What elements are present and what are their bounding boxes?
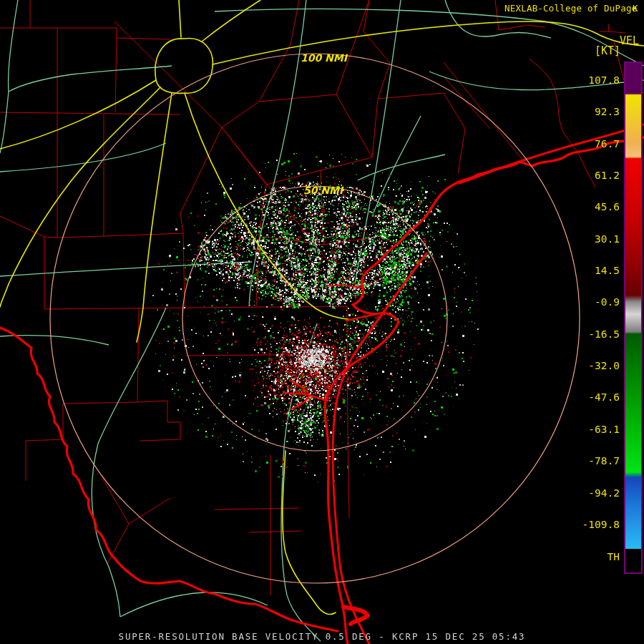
legend-tick: 14.5: [595, 265, 620, 276]
site-title: NEXLAB-College of DuPage: [504, 3, 637, 14]
legend-tick: 76.7: [595, 138, 620, 150]
legend-tick: -78.7: [588, 455, 620, 467]
ring-label-50nmi: 50 NMI: [303, 185, 344, 196]
legend-tick: 107.8: [588, 74, 620, 86]
legend-tick: -0.9: [595, 296, 620, 308]
ring-label-100nmi: 100 NMI: [301, 52, 348, 64]
roads-major: [0, 0, 644, 615]
radar-viewer: 100 NMI 50 NMI NEXLAB-College of DuPage …: [0, 0, 644, 644]
legend-tick: 45.6: [595, 201, 620, 213]
title-overflow-glyph: K: [633, 3, 638, 14]
legend-tick: -47.6: [588, 391, 620, 403]
legend-tick: TH: [608, 551, 620, 562]
legend-tick: -32.0: [588, 360, 620, 371]
product-caption: SUPER-RESOLUTION BASE VELOCITY 0.5 DEG -…: [0, 631, 644, 642]
legend-tick: 92.3: [595, 106, 620, 117]
legend-tick: 61.2: [595, 170, 620, 181]
legend-tick: 30.1: [595, 233, 620, 245]
legend-unit-sub: [KT]: [595, 44, 620, 57]
legend-tick: -109.8: [582, 519, 620, 530]
legend-tick: -94.2: [588, 487, 620, 499]
legend-tick: -63.1: [588, 424, 620, 435]
velocity-colorbar: [624, 62, 643, 574]
range-rings: [50, 54, 580, 583]
rio-grande-river: [0, 328, 338, 631]
basemap-over-layer: 100 NMI 50 NMI: [0, 0, 644, 644]
coastline: [283, 125, 644, 644]
legend-tick: -16.5: [588, 328, 620, 340]
velocity-colorbar-gradient: [625, 63, 641, 549]
legend-unit-label: VEL: [620, 34, 639, 47]
